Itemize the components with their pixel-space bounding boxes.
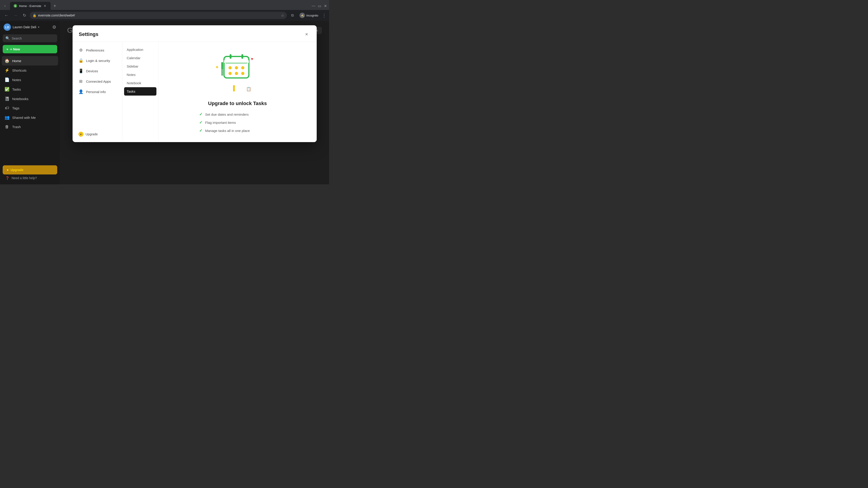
- settings-nav-connected-apps[interactable]: ⊞ Connected Apps: [75, 76, 119, 86]
- sidebar-item-notebooks[interactable]: 📓 Notebooks: [2, 94, 58, 103]
- settings-nav-login-security[interactable]: 🔒 Login & security: [75, 56, 119, 65]
- check-icon-3: ✓: [199, 128, 203, 133]
- svg-point-9: [235, 72, 238, 75]
- sidebar-item-trash[interactable]: 🗑 Trash: [2, 122, 58, 131]
- settings-modal: Settings × ⚙ Preferences 🔒 Login & secur…: [72, 25, 317, 142]
- new-tab-button[interactable]: +: [52, 3, 58, 9]
- help-icon: ❓: [5, 176, 9, 180]
- svg-rect-4: [241, 54, 243, 59]
- feature-item-1: ✓ Set due dates and reminders: [199, 112, 276, 117]
- new-note-button[interactable]: + + New: [3, 45, 57, 53]
- upgrade-icon: ●: [6, 168, 9, 172]
- back-button[interactable]: ‹: [2, 3, 8, 9]
- sidebar-item-tags[interactable]: 🏷 Tags: [2, 103, 58, 113]
- shortcuts-icon: ⚡: [4, 68, 9, 73]
- app-area: LD Lauren Dale Deli ▾ ⚙ 🔍 Search + + New…: [0, 21, 329, 184]
- address-bar[interactable]: 🔒 evernote.com/client/web#/ ☆: [30, 12, 287, 19]
- sidebar-item-notebooks-label: Notebooks: [12, 97, 29, 101]
- sidebar: LD Lauren Dale Deli ▾ ⚙ 🔍 Search + + New…: [0, 21, 60, 184]
- settings-body: ⚙ Preferences 🔒 Login & security 📱 Devic…: [72, 42, 317, 142]
- sidebar-item-home[interactable]: 🏠 Home: [2, 56, 58, 66]
- upgrade-label: Upgrade: [11, 168, 24, 172]
- minimize-button[interactable]: —: [311, 4, 315, 8]
- subnav-calendar[interactable]: Calendar: [122, 54, 158, 62]
- tab-favicon: E: [13, 4, 17, 8]
- upgrade-features-list: ✓ Set due dates and reminders ✓ Flag imp…: [199, 112, 276, 133]
- sidebar-item-tasks[interactable]: ✅ Tasks: [2, 85, 58, 94]
- extensions-button[interactable]: ⧉: [289, 12, 296, 19]
- more-options-icon[interactable]: ⋮: [322, 13, 327, 18]
- window-controls: — ▭ ✕: [311, 4, 327, 8]
- feature-label-2: Flag important items: [205, 121, 236, 125]
- user-name: Lauren Dale Deli: [13, 25, 36, 29]
- incognito-button[interactable]: 🕵 Incognito: [298, 12, 320, 19]
- tags-icon: 🏷: [4, 106, 9, 110]
- tasks-icon: ✅: [4, 87, 9, 92]
- tasks-illustration: ✦ ♥ 📋: [211, 51, 265, 96]
- heart-deco: ♥: [251, 57, 253, 61]
- nav-back-button[interactable]: ←: [3, 12, 10, 19]
- settings-close-button[interactable]: ×: [303, 31, 310, 38]
- sidebar-item-shortcuts[interactable]: ⚡ Shortcuts: [2, 66, 58, 75]
- settings-nav: ⚙ Preferences 🔒 Login & security 📱 Devic…: [72, 42, 122, 142]
- avatar: LD: [4, 24, 11, 31]
- restore-button[interactable]: ▭: [317, 4, 321, 8]
- bar-deco-3: [233, 85, 235, 92]
- search-bar[interactable]: 🔍 Search: [3, 34, 57, 42]
- subnav-application[interactable]: Application: [122, 45, 158, 54]
- subnav-notebook[interactable]: Notebook: [122, 79, 158, 87]
- subnav-sidebar[interactable]: Sidebar: [122, 62, 158, 70]
- sidebar-item-tags-label: Tags: [12, 106, 20, 110]
- svg-rect-3: [230, 54, 231, 59]
- preferences-label: Preferences: [86, 48, 104, 52]
- incognito-icon: 🕵: [300, 13, 305, 18]
- svg-point-7: [241, 66, 244, 69]
- upgrade-circle-icon: ●: [79, 132, 84, 137]
- notebooks-icon: 📓: [4, 96, 9, 101]
- personal-info-label: Personal info: [86, 90, 106, 94]
- feature-label-1: Set due dates and reminders: [205, 112, 249, 116]
- browser-toolbar: ← → ↻ 🔒 evernote.com/client/web#/ ☆ ⧉ 🕵 …: [0, 10, 329, 21]
- settings-gear-button[interactable]: ⚙: [52, 24, 56, 30]
- check-icon-2: ✓: [199, 120, 203, 125]
- modal-overlay[interactable]: Settings × ⚙ Preferences 🔒 Login & secur…: [60, 21, 329, 184]
- devices-label: Devices: [86, 69, 98, 73]
- sidebar-nav: 🏠 Home ⚡ Shortcuts 📄 Notes ✅ Tasks 📓 Not…: [0, 56, 60, 163]
- subnav-notes[interactable]: Notes: [122, 70, 158, 79]
- sidebar-item-shared[interactable]: 👥 Shared with Me: [2, 113, 58, 122]
- personal-info-icon: 👤: [79, 89, 84, 94]
- svg-rect-2: [224, 60, 249, 63]
- user-info[interactable]: LD Lauren Dale Deli ▾: [4, 24, 39, 31]
- settings-modal-header: Settings ×: [72, 25, 317, 42]
- sidebar-header: LD Lauren Dale Deli ▾ ⚙: [0, 21, 60, 33]
- preferences-icon: ⚙: [79, 48, 84, 53]
- settings-nav-personal-info[interactable]: 👤 Personal info: [75, 87, 119, 96]
- check-icon-1: ✓: [199, 112, 203, 117]
- star-deco: ✦: [215, 64, 219, 70]
- browser-chrome: ‹ E Home - Evernote ✕ + — ▭ ✕ ← → ↻ 🔒 ev…: [0, 0, 329, 21]
- connected-apps-label: Connected Apps: [86, 79, 111, 84]
- close-window-button[interactable]: ✕: [323, 4, 327, 8]
- search-placeholder: Search: [12, 37, 22, 40]
- calendar-svg: [223, 53, 250, 80]
- nav-forward-button[interactable]: →: [12, 12, 19, 19]
- tab-close-button[interactable]: ✕: [43, 4, 47, 8]
- bookmark-icon: ☆: [281, 13, 284, 18]
- settings-nav-devices[interactable]: 📱 Devices: [75, 66, 119, 76]
- settings-nav-preferences[interactable]: ⚙ Preferences: [75, 45, 119, 55]
- svg-point-8: [228, 72, 232, 75]
- subnav-tasks[interactable]: Tasks: [124, 87, 156, 96]
- sidebar-item-shared-label: Shared with Me: [12, 116, 36, 120]
- upgrade-button[interactable]: ● Upgrade: [3, 165, 57, 174]
- help-item[interactable]: ❓ Need a little help?: [3, 174, 57, 182]
- sidebar-item-trash-label: Trash: [12, 125, 21, 129]
- active-tab[interactable]: E Home - Evernote ✕: [10, 2, 51, 10]
- feature-item-3: ✓ Manage tasks all in one place: [199, 128, 276, 133]
- chevron-down-icon: ▾: [38, 26, 39, 29]
- home-icon: 🏠: [4, 58, 9, 63]
- reload-button[interactable]: ↻: [21, 12, 28, 19]
- sidebar-item-notes[interactable]: 📄 Notes: [2, 75, 58, 85]
- login-security-label: Login & security: [86, 59, 110, 63]
- lock-icon: 🔒: [33, 13, 36, 17]
- settings-nav-upgrade[interactable]: ● Upgrade: [75, 130, 119, 138]
